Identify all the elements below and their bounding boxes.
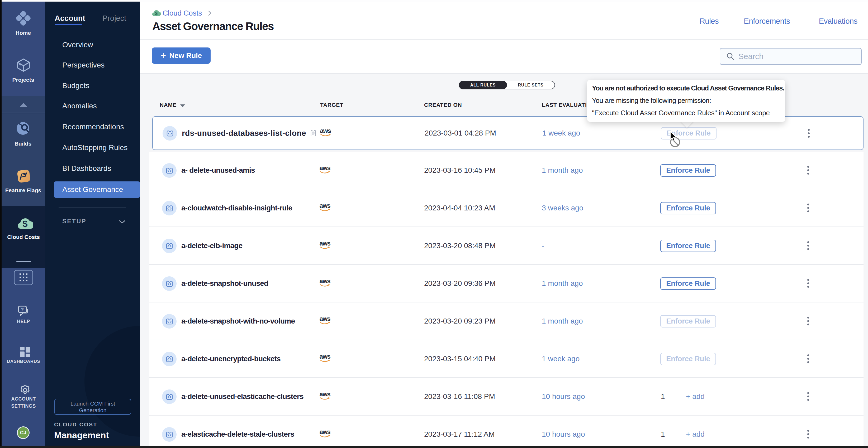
svg-text:$: $ [155, 10, 158, 16]
svg-text:?: ? [21, 307, 24, 312]
svg-text:$: $ [23, 218, 28, 229]
